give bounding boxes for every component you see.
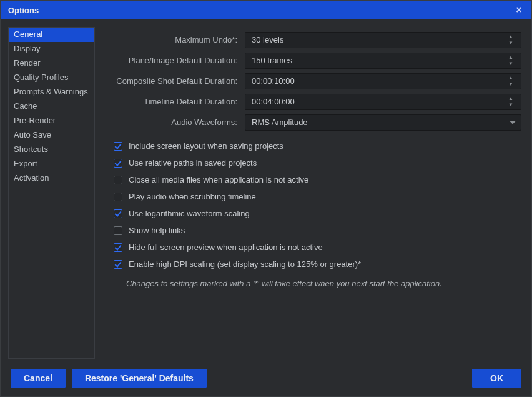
check-label: Include screen layout when saving projec…	[129, 141, 283, 151]
row-audio-waveforms: Audio Waveforms: RMS Amplitude	[107, 112, 521, 133]
sidebar-item-prompts-warnings[interactable]: Prompts & Warnings	[9, 85, 94, 99]
sidebar-item-activation[interactable]: Activation	[9, 171, 94, 186]
check-label: Hide full screen preview when applicatio…	[129, 243, 323, 252]
input-composite-shot-duration[interactable]: 00:00:10:00 ▲▼	[245, 73, 521, 89]
sidebar-item-general[interactable]: General	[9, 28, 94, 42]
content-panel: Maximum Undo*: 30 levels ▲▼ Plane/Image …	[95, 27, 524, 359]
input-value: 00:00:10:00	[252, 76, 295, 86]
sidebar-item-label: Prompts & Warnings	[14, 87, 88, 96]
sidebar-item-label: Shortcuts	[14, 144, 48, 154]
label-audio-waveforms: Audio Waveforms:	[107, 118, 245, 127]
sidebar: General Display Render Quality Profiles …	[8, 27, 95, 359]
ok-button[interactable]: OK	[472, 369, 521, 388]
restore-defaults-button[interactable]: Restore 'General' Defaults	[72, 369, 207, 388]
sidebar-item-shortcuts[interactable]: Shortcuts	[9, 143, 94, 157]
checkbox[interactable]	[114, 243, 122, 252]
spinner-arrows-icon[interactable]: ▲▼	[508, 94, 517, 109]
chevron-down-icon	[510, 121, 516, 124]
sidebar-item-label: Render	[14, 58, 41, 68]
check-label: Show help links	[129, 226, 185, 235]
check-relative-paths[interactable]: Use relative paths in saved projects	[107, 154, 521, 171]
checkbox[interactable]	[114, 226, 122, 235]
sidebar-item-quality-profiles[interactable]: Quality Profiles	[9, 71, 94, 85]
check-label: Use relative paths in saved projects	[129, 158, 257, 168]
label-timeline-duration: Timeline Default Duration:	[107, 97, 245, 106]
check-close-media[interactable]: Close all media files when application i…	[107, 171, 521, 188]
label-maximum-undo: Maximum Undo*:	[107, 35, 245, 44]
row-composite-shot-duration: Composite Shot Default Duration: 00:00:1…	[107, 71, 521, 91]
checkbox[interactable]	[114, 193, 122, 201]
select-audio-waveforms[interactable]: RMS Amplitude	[245, 114, 521, 131]
sidebar-item-label: Display	[14, 44, 41, 53]
sidebar-item-pre-render[interactable]: Pre-Render	[9, 114, 94, 128]
checkbox[interactable]	[114, 142, 122, 151]
checkbox[interactable]	[114, 176, 122, 184]
label-plane-duration: Plane/Image Default Duration:	[107, 56, 245, 65]
check-label: Close all media files when application i…	[129, 175, 308, 184]
window-title: Options	[8, 6, 513, 15]
close-icon[interactable]: ×	[513, 5, 525, 15]
sidebar-item-cache[interactable]: Cache	[9, 99, 94, 114]
checkbox[interactable]	[114, 159, 122, 168]
cancel-button[interactable]: Cancel	[11, 369, 66, 388]
sidebar-item-label: Activation	[14, 173, 49, 183]
checkbox[interactable]	[114, 260, 122, 269]
options-dialog: Options × General Display Render Quality…	[0, 0, 532, 397]
dialog-body: General Display Render Quality Profiles …	[1, 19, 531, 359]
sidebar-item-render[interactable]: Render	[9, 56, 94, 71]
sidebar-item-label: Export	[14, 159, 37, 168]
spinner-arrows-icon[interactable]: ▲▼	[508, 74, 517, 89]
restart-note: Changes to settings marked with a '*' wi…	[107, 273, 521, 288]
check-high-dpi[interactable]: Enable high DPI scaling (set display sca…	[107, 256, 521, 273]
input-value: 30 levels	[252, 35, 283, 44]
select-value: RMS Amplitude	[252, 118, 308, 127]
check-label: Use logarithmic waveform scaling	[129, 209, 250, 218]
check-show-help-links[interactable]: Show help links	[107, 222, 521, 239]
checkbox[interactable]	[114, 209, 122, 218]
check-label: Enable high DPI scaling (set display sca…	[129, 259, 361, 269]
dialog-footer: Cancel Restore 'General' Defaults OK	[1, 359, 531, 396]
sidebar-item-auto-save[interactable]: Auto Save	[9, 128, 94, 143]
row-maximum-undo: Maximum Undo*: 30 levels ▲▼	[107, 29, 521, 50]
checkbox-group: Include screen layout when saving projec…	[107, 138, 521, 273]
sidebar-item-label: Pre-Render	[14, 116, 56, 125]
check-include-layout[interactable]: Include screen layout when saving projec…	[107, 138, 521, 154]
sidebar-item-label: General	[14, 29, 42, 39]
check-hide-fullscreen[interactable]: Hide full screen preview when applicatio…	[107, 239, 521, 256]
input-plane-duration[interactable]: 150 frames ▲▼	[245, 53, 521, 69]
label-composite-shot-duration: Composite Shot Default Duration:	[107, 76, 245, 86]
sidebar-item-display[interactable]: Display	[9, 42, 94, 56]
input-maximum-undo[interactable]: 30 levels ▲▼	[245, 32, 521, 48]
input-value: 150 frames	[252, 56, 292, 65]
spinner-arrows-icon[interactable]: ▲▼	[508, 33, 517, 48]
input-timeline-duration[interactable]: 00:04:00:00 ▲▼	[245, 94, 521, 110]
sidebar-item-label: Auto Save	[14, 130, 51, 139]
sidebar-item-label: Quality Profiles	[14, 73, 68, 82]
sidebar-item-export[interactable]: Export	[9, 157, 94, 171]
check-play-audio-scrub[interactable]: Play audio when scrubbing timeline	[107, 188, 521, 205]
titlebar: Options ×	[1, 1, 531, 19]
input-value: 00:04:00:00	[252, 97, 295, 106]
check-label: Play audio when scrubbing timeline	[129, 192, 256, 201]
spinner-arrows-icon[interactable]: ▲▼	[508, 53, 517, 68]
check-log-waveform[interactable]: Use logarithmic waveform scaling	[107, 205, 521, 222]
sidebar-item-label: Cache	[14, 101, 37, 111]
row-plane-duration: Plane/Image Default Duration: 150 frames…	[107, 50, 521, 71]
row-timeline-duration: Timeline Default Duration: 00:04:00:00 ▲…	[107, 91, 521, 112]
